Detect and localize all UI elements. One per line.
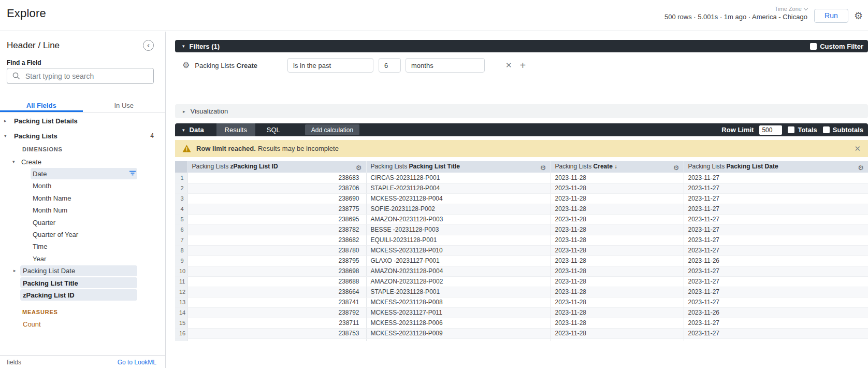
totals-toggle[interactable]: Totals <box>788 126 817 134</box>
column-header-create[interactable]: ⚙Packing Lists Create↓ <box>551 161 684 173</box>
table-cell[interactable]: MCKESS-20231128-P009 <box>366 328 551 338</box>
table-cell[interactable]: 2023-11-26 <box>684 307 868 318</box>
sidebar-item-zpacking-list-id[interactable]: zPacking List ID <box>0 289 165 301</box>
sidebar-item-quarter[interactable]: Quarter <box>0 216 165 228</box>
go-to-lookml-link[interactable]: Go to LookML <box>118 359 156 366</box>
explore-settings-gear-icon[interactable]: ⚙ <box>854 11 863 21</box>
sidebar-item-month[interactable]: Month <box>0 180 165 192</box>
table-cell[interactable]: 238741 <box>187 297 366 307</box>
table-cell[interactable]: 2023-11-27 <box>684 245 868 256</box>
tab-results[interactable]: Results <box>216 123 255 136</box>
table-cell[interactable]: 2023-11-27 <box>684 318 868 328</box>
table-cell[interactable]: BESSE -20231128-P004 <box>366 338 551 341</box>
filter-gear-icon[interactable]: ⚙ <box>182 61 190 69</box>
table-cell[interactable]: 238780 <box>187 245 366 256</box>
table-cell[interactable]: 2023-11-28 <box>551 266 684 276</box>
sidebar-item-month-name[interactable]: Month Name <box>0 192 165 204</box>
table-cell[interactable]: AMAZON-20231128-P003 <box>366 214 551 224</box>
table-cell[interactable]: 2023-11-28 <box>551 338 684 341</box>
table-cell[interactable]: 2023-11-27 <box>684 204 868 214</box>
table-cell[interactable]: 2023-11-27 <box>684 338 868 341</box>
table-cell[interactable]: AMAZON-20231128-P002 <box>366 276 551 287</box>
table-cell[interactable]: 2023-11-28 <box>551 235 684 245</box>
filter-unit-input[interactable] <box>406 58 485 73</box>
table-cell[interactable]: 2023-11-27 <box>684 276 868 287</box>
custom-filter-checkbox[interactable] <box>810 43 817 50</box>
table-cell[interactable]: EQUILI-20231128-P001 <box>366 235 551 245</box>
table-cell[interactable]: GLAXO -20231127-P001 <box>366 256 551 266</box>
table-cell[interactable]: 238699 <box>187 338 366 341</box>
table-cell[interactable]: MCKESS-20231128-P004 <box>366 193 551 204</box>
sidebar-item-time[interactable]: Time <box>0 240 165 252</box>
table-cell[interactable]: 2023-11-27 <box>684 287 868 297</box>
table-cell[interactable]: 238706 <box>187 183 366 193</box>
table-cell[interactable]: 2023-11-28 <box>551 193 684 204</box>
table-cell[interactable]: 238792 <box>187 307 366 318</box>
table-cell[interactable]: 238683 <box>187 173 366 183</box>
table-cell[interactable]: 2023-11-28 <box>551 328 684 338</box>
table-cell[interactable]: STAPLE-20231128-P001 <box>366 287 551 297</box>
table-cell[interactable]: 2023-11-28 <box>551 214 684 224</box>
field-search-input[interactable] <box>25 72 153 80</box>
sidebar-item-packing-list-date[interactable]: ▸Packing List Date <box>0 265 165 277</box>
table-cell[interactable]: 238688 <box>187 276 366 287</box>
add-filter-icon[interactable]: + <box>520 60 526 70</box>
row-limit-input[interactable] <box>759 125 782 135</box>
table-cell[interactable]: 2023-11-28 <box>551 183 684 193</box>
table-cell[interactable]: 2023-11-27 <box>684 224 868 235</box>
table-cell[interactable]: 238682 <box>187 235 366 245</box>
subtotals-toggle[interactable]: Subtotals <box>823 126 863 134</box>
table-cell[interactable]: 2023-11-28 <box>551 224 684 235</box>
subtotals-checkbox[interactable] <box>823 126 830 133</box>
tab-all-fields[interactable]: All Fields <box>0 97 83 112</box>
table-cell[interactable]: 2023-11-27 <box>684 193 868 204</box>
table-cell[interactable]: 238775 <box>187 204 366 214</box>
column-gear-icon[interactable]: ⚙ <box>858 164 864 171</box>
table-cell[interactable]: 238690 <box>187 193 366 204</box>
table-cell[interactable]: 238664 <box>187 287 366 297</box>
totals-checkbox[interactable] <box>788 126 794 133</box>
sidebar-item-quarter-of-year[interactable]: Quarter of Year <box>0 228 165 240</box>
sidebar-item-packing-list-title[interactable]: Packing List Title <box>0 277 165 289</box>
time-zone-selector[interactable]: Time Zone <box>775 6 807 12</box>
table-cell[interactable]: 238698 <box>187 266 366 276</box>
table-cell[interactable]: 2023-11-27 <box>684 328 868 338</box>
table-cell[interactable]: 238795 <box>187 256 366 266</box>
table-cell[interactable]: 2023-11-28 <box>551 276 684 287</box>
table-cell[interactable]: 2023-11-28 <box>551 287 684 297</box>
run-button[interactable]: Run <box>814 9 848 23</box>
table-cell[interactable]: 2023-11-27 <box>684 266 868 276</box>
remove-filter-icon[interactable]: ✕ <box>505 61 512 70</box>
table-cell[interactable]: 2023-11-28 <box>551 318 684 328</box>
dismiss-warning-icon[interactable]: ✕ <box>854 144 861 153</box>
filter-value-input[interactable] <box>379 58 401 73</box>
data-section-bar[interactable]: ▾ Data Results SQL Add calculation Row L… <box>175 123 868 136</box>
table-cell[interactable]: 2023-11-27 <box>684 235 868 245</box>
table-cell[interactable]: STAPLE-20231128-P004 <box>366 183 551 193</box>
table-cell[interactable]: 2023-11-26 <box>684 256 868 266</box>
column-header-packing-list-date[interactable]: ⚙Packing Lists Packing List Date <box>684 161 868 173</box>
table-cell[interactable]: BESSE -20231128-P003 <box>366 224 551 235</box>
table-cell[interactable]: MCKESS-20231128-P006 <box>366 318 551 328</box>
column-gear-icon[interactable]: ⚙ <box>356 164 362 171</box>
active-filter-icon[interactable] <box>129 169 136 178</box>
visualization-section-bar[interactable]: ▸ Visualization <box>175 104 868 118</box>
caret-down-icon[interactable]: ▾ <box>4 133 7 138</box>
table-cell[interactable]: MCKESS-20231127-P011 <box>366 307 551 318</box>
table-cell[interactable]: 2023-11-27 <box>684 173 868 183</box>
table-cell[interactable]: 238782 <box>187 224 366 235</box>
sidebar-item-year[interactable]: Year <box>0 252 165 264</box>
filter-condition-input[interactable] <box>287 58 373 73</box>
table-cell[interactable]: 2023-11-28 <box>551 204 684 214</box>
table-cell[interactable]: 238695 <box>187 214 366 224</box>
table-cell[interactable]: MCKESS-20231128-P010 <box>366 245 551 256</box>
table-cell[interactable]: 2023-11-27 <box>684 183 868 193</box>
table-cell[interactable]: 238711 <box>187 318 366 328</box>
table-cell[interactable]: 2023-11-28 <box>551 245 684 256</box>
table-cell[interactable]: SOFIE-20231128-P002 <box>366 204 551 214</box>
tab-in-use[interactable]: In Use <box>83 97 166 112</box>
add-calculation-button[interactable]: Add calculation <box>305 124 359 135</box>
table-cell[interactable]: 2023-11-28 <box>551 256 684 266</box>
collapse-panel-button[interactable]: ‹ <box>143 40 154 51</box>
table-cell[interactable]: 2023-11-28 <box>551 297 684 307</box>
